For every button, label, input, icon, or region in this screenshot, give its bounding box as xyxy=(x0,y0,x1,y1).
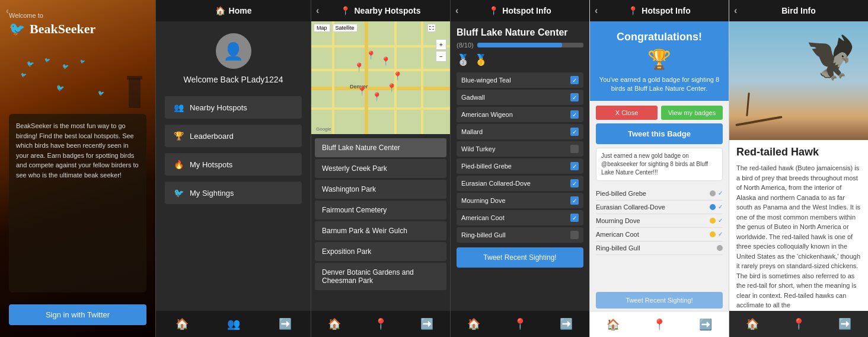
leaderboard-icon: 🏆 xyxy=(174,131,184,141)
panel-welcome: Welcome to 🐦 BeakSeeker 🐦 🐦 🐦 🐦 🐦 🐦 🐦 Be… xyxy=(0,0,155,337)
tweet-recent-button-p5[interactable]: Tweet Recent Sighting! xyxy=(596,292,723,309)
gold-trophy: 🥇 xyxy=(474,53,487,66)
congrats-nav-forward[interactable]: ➡️ xyxy=(699,318,712,331)
p5-bird-name: American Coot xyxy=(596,231,639,238)
bird-checkbox[interactable]: ✓ xyxy=(570,179,579,187)
p5-bird-name: Mourning Dove xyxy=(596,217,640,224)
hotspot-list: Bluff Lake Nature Center Westerly Creek … xyxy=(311,134,450,311)
bird-item-wild-turkey: Wild Turkey xyxy=(457,141,583,157)
welcome-label: Welcome to xyxy=(9,12,146,19)
hotspot-item-barnum[interactable]: Barnum Park & Weir Gulch xyxy=(315,221,446,240)
congratulations-text: You've earned a gold badge for sighting … xyxy=(596,75,723,94)
congrats-nav-home[interactable]: 🏠 xyxy=(607,318,620,331)
leaderboard-button[interactable]: 🏆 Leaderboard xyxy=(165,125,302,147)
map-tab-map[interactable]: Map xyxy=(314,24,330,32)
bird-info-header-title: Bird Info xyxy=(781,6,816,15)
map-marker-1[interactable]: 📍 xyxy=(354,62,364,72)
fullscreen-button[interactable]: ⛶ xyxy=(427,24,436,32)
sign-in-twitter-button[interactable]: Sign in with Twitter xyxy=(9,304,146,325)
p5-bird-name: Pied-billed Grebe xyxy=(596,190,646,197)
p5-bird-dot xyxy=(710,204,716,210)
home-nav-home[interactable]: 🏠 xyxy=(175,317,189,330)
home-bottom-nav: 🏠 👥 ➡️ xyxy=(156,311,311,337)
app-logo: 🐦 BeakSeeker xyxy=(9,21,146,37)
map-view[interactable]: Denver 📍 📍 📍 📍 📍 📍 📍 + − Map Satellite ⛶… xyxy=(311,21,450,134)
map-marker-3[interactable]: 📍 xyxy=(381,56,391,66)
hotspots-nav-home[interactable]: 🏠 xyxy=(328,317,341,330)
tweet-recent-sighting-button[interactable]: Tweet Recent Sighting! xyxy=(457,247,583,268)
tweet-badge-button[interactable]: Tweet this Badge xyxy=(596,123,723,144)
my-sightings-button[interactable]: 🐦 My Sightings xyxy=(165,182,302,204)
map-marker-4[interactable]: 📍 xyxy=(357,86,367,96)
bird-checkbox[interactable] xyxy=(570,231,579,239)
close-button[interactable]: X Close xyxy=(596,106,658,120)
hotspots-header-title: Nearby Hotspots xyxy=(354,6,420,15)
bird-name: Gadwall xyxy=(461,94,485,101)
bird-item-american-wigeon: American Wigeon ✓ xyxy=(457,107,583,122)
progress-row: (8/10) xyxy=(457,42,583,49)
leaderboard-label: Leaderboard xyxy=(190,132,234,141)
bird-info-bottom-nav: 🏠 📍 ➡️ xyxy=(729,311,868,337)
back-arrow-bird-info[interactable]: ‹ xyxy=(734,5,737,16)
back-arrow-hotspot-info[interactable]: ‹ xyxy=(455,5,458,16)
my-hotspots-button[interactable]: 🔥 My Hotspots xyxy=(165,153,302,176)
nearby-hotspots-button[interactable]: 👥 Nearby Hotspots xyxy=(165,96,302,119)
hotspots-nav-forward[interactable]: ➡️ xyxy=(420,317,433,330)
hotspot-info-nav-forward[interactable]: ➡️ xyxy=(560,317,573,330)
map-marker-5[interactable]: 📍 xyxy=(372,92,382,101)
bird-info-nav-forward[interactable]: ➡️ xyxy=(838,317,851,330)
bird-checkbox[interactable]: ✓ xyxy=(570,76,579,84)
map-zoom-controls: + − xyxy=(436,39,446,62)
bird-checkbox[interactable]: ✓ xyxy=(570,110,579,119)
hotspot-item-exposition[interactable]: Exposition Park xyxy=(315,242,446,261)
back-arrow-hotspots[interactable]: ‹ xyxy=(316,5,319,16)
map-tab-satellite[interactable]: Satellite xyxy=(333,24,358,32)
bird-name: Mourning Dove xyxy=(461,197,506,204)
bird-item-mallard: Mallard ✓ xyxy=(457,124,583,139)
congrats-nav-hotspots[interactable]: 📍 xyxy=(653,318,666,331)
congrats-header-title: Hotspot Info xyxy=(642,6,690,15)
zoom-in-button[interactable]: + xyxy=(436,39,446,50)
hotspot-item-westerly-creek[interactable]: Westerly Creek Park xyxy=(315,159,446,178)
bird-checkbox[interactable]: ✓ xyxy=(570,196,579,205)
bird-name: Eurasian Collared-Dove xyxy=(461,180,531,187)
view-badges-button[interactable]: View my badges xyxy=(661,106,723,120)
home-header: ‹ 🏠 Home xyxy=(156,0,311,21)
bird-checkbox[interactable]: ✓ xyxy=(570,93,579,101)
bird-name: American Coot xyxy=(461,214,505,221)
description-text: BeakSeeker is the most fun way to go bir… xyxy=(16,122,139,179)
logo-bird-icon: 🐦 xyxy=(9,21,25,37)
bird-info-nav-home[interactable]: 🏠 xyxy=(746,317,759,330)
back-arrow-congrats[interactable]: ‹ xyxy=(595,5,598,16)
bird-info-nav-hotspots[interactable]: 📍 xyxy=(792,317,805,330)
home-nav-hotspots[interactable]: 👥 xyxy=(227,317,240,330)
home-nav-forward[interactable]: ➡️ xyxy=(279,317,292,330)
bird-item-gadwall: Gadwall ✓ xyxy=(457,90,583,105)
map-marker-7[interactable]: 📍 xyxy=(392,71,403,81)
hotspot-item-botanic[interactable]: Denver Botanic Gardens and Cheesman Park xyxy=(315,263,446,290)
home-content: 👤 Welcome Back PLady1224 👥 Nearby Hotspo… xyxy=(156,21,311,311)
zoom-out-button[interactable]: − xyxy=(436,51,446,62)
bird-name: Pied-billed Grebe xyxy=(461,163,512,170)
panel-congratulations: ‹ 📍 Hotspot Info Congratulations! 🏆 You'… xyxy=(589,0,729,337)
home-header-title: Home xyxy=(229,6,252,15)
congrats-header: ‹ 📍 Hotspot Info xyxy=(590,0,729,21)
hotspot-item-bluff-lake[interactable]: Bluff Lake Nature Center xyxy=(315,138,446,157)
bird-checkbox[interactable]: ✓ xyxy=(570,214,579,222)
map-marker-2[interactable]: 📍 xyxy=(366,50,376,60)
home-header-icon: 🏠 xyxy=(215,6,225,15)
bird-checkbox[interactable]: ✓ xyxy=(570,128,579,136)
map-marker-6[interactable]: 📍 xyxy=(387,83,397,93)
bird-checkbox[interactable]: ✓ xyxy=(570,162,579,170)
hotspot-item-washington-park[interactable]: Washington Park xyxy=(315,180,446,199)
bird-name: Mallard xyxy=(461,128,483,135)
hotspots-nav-hotspots[interactable]: 📍 xyxy=(374,317,387,330)
hotspot-info-nav-hotspots[interactable]: 📍 xyxy=(513,317,526,330)
trophy-icon-big: 🏆 xyxy=(596,48,723,71)
hotspot-item-fairmount[interactable]: Fairmount Cemetery xyxy=(315,201,446,220)
hotspot-info-header: ‹ 📍 Hotspot Info xyxy=(451,0,589,21)
hotspots-header: ‹ 📍 Nearby Hotspots xyxy=(311,0,450,21)
hotspot-info-nav-home[interactable]: 🏠 xyxy=(467,317,480,330)
bird-checkbox[interactable] xyxy=(570,145,579,153)
panel-bird-info: ‹ Bird Info 🦅 Red-tailed Hawk The red-ta… xyxy=(729,0,868,337)
